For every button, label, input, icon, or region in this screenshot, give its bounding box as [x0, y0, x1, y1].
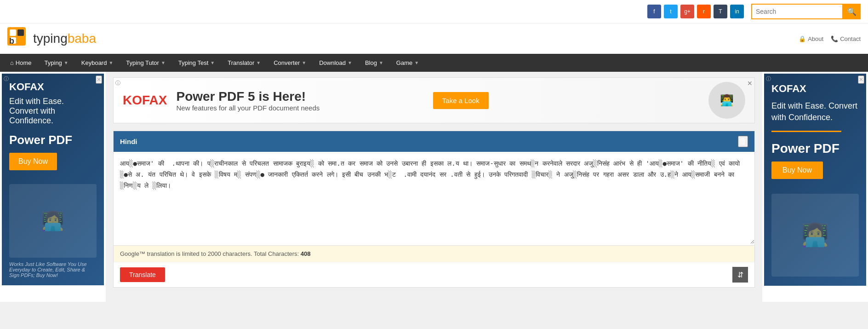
chevron-down-icon: ▼	[348, 60, 352, 65]
chevron-down-icon: ▼	[256, 60, 261, 65]
logo-icon: b	[7, 27, 30, 50]
left-ad-tagline1: Edit with Ease.	[9, 97, 97, 106]
right-ad-tagline: Edit with Ease. Convert with Confidence.	[771, 100, 859, 123]
left-ad: ⓘ ✕ KOFAX Edit with Ease. Convert with C…	[0, 72, 106, 302]
char-count: 408	[301, 250, 311, 257]
yellow-underline	[771, 131, 841, 132]
linkedin-icon[interactable]: in	[730, 5, 744, 18]
left-ad-brand: KOFAX	[9, 81, 97, 93]
chevron-down-icon: ▼	[302, 60, 306, 65]
search-button[interactable]: 🔍	[843, 4, 861, 19]
right-ad-content: ⓘ ✕ KOFAX Edit with Ease. Convert with C…	[764, 74, 866, 286]
delete-button[interactable]: 🗑	[738, 136, 748, 147]
social-icons: f t g+ r T in	[647, 5, 744, 18]
nav-typing[interactable]: Typing ▼	[38, 54, 75, 72]
chevron-down-icon: ▼	[161, 60, 166, 65]
facebook-icon[interactable]: f	[647, 5, 661, 18]
lock-icon: 🔒	[799, 35, 806, 42]
nav-keyboard[interactable]: Keyboard ▼	[75, 54, 120, 72]
nav-converter[interactable]: Converter ▼	[267, 54, 313, 72]
top-links: 🔒 About 📞 Contact	[799, 35, 861, 42]
nav-typing-tutor[interactable]: Typing Tutor ▼	[120, 54, 171, 72]
left-ad-tagline2: Convert with Confidence.	[9, 106, 97, 126]
chevron-down-icon: ▼	[108, 60, 113, 65]
left-ad-close-button[interactable]: ✕	[96, 75, 102, 84]
char-notice: Google™ translation is limited to 2000 c…	[114, 245, 754, 262]
translation-textarea[interactable]: आय░●समाज' की .थापना की। प░राचीनकाल से पर…	[114, 152, 754, 244]
main-layout: ⓘ ✕ KOFAX Edit with Ease. Convert with C…	[0, 72, 868, 302]
chevron-down-icon: ▼	[379, 60, 383, 65]
banner-image-area: 👨‍💻	[498, 82, 745, 119]
home-icon: ⌂	[10, 59, 14, 66]
logo[interactable]: b typingbaba	[7, 27, 96, 50]
twitter-icon[interactable]: t	[664, 5, 678, 18]
chevron-down-icon: ▼	[64, 60, 69, 65]
banner-ad-close-button[interactable]: ✕	[747, 80, 753, 87]
svg-text:b: b	[9, 36, 14, 46]
banner-ad-inner: KOFAX Power PDF 5 is Here! New features …	[114, 78, 754, 123]
logo-text: typingbaba	[33, 31, 96, 46]
banner-ad: ⓘ ✕ KOFAX Power PDF 5 is Here! New featu…	[113, 77, 755, 123]
banner-headline: Power PDF 5 is Here!	[176, 89, 423, 104]
right-ad-info-icon[interactable]: ⓘ	[766, 75, 771, 82]
translator-box: Hindi 🗑 आय░●समाज' की .थापना की। प░राचीनक…	[113, 131, 755, 288]
banner-ad-info-icon[interactable]: ⓘ	[115, 80, 120, 87]
translator-language-label: Hindi	[120, 138, 137, 145]
right-ad-product: Power PDF	[771, 141, 859, 156]
left-ad-subtext: Works Just Like Software You Use Everyda…	[9, 261, 97, 278]
banner-person-image: 👨‍💻	[708, 82, 745, 119]
banner-cta-button[interactable]: Take a Look	[433, 92, 489, 109]
svg-rect-1	[10, 29, 16, 36]
googleplus-icon[interactable]: g+	[680, 5, 694, 18]
svg-rect-3	[17, 29, 24, 36]
center-content: ⓘ ✕ KOFAX Power PDF 5 is Here! New featu…	[106, 72, 762, 302]
search-input[interactable]	[751, 4, 843, 19]
nav-home[interactable]: ⌂ Home	[4, 54, 38, 72]
right-ad: ⓘ ✕ KOFAX Edit with Ease. Convert with C…	[762, 72, 868, 302]
right-ad-close-button[interactable]: ✕	[858, 75, 864, 84]
tumblr-icon[interactable]: T	[714, 5, 727, 18]
phone-icon: 📞	[831, 35, 838, 42]
left-ad-product: Power PDF	[9, 133, 97, 147]
search-container: 🔍	[751, 4, 861, 19]
reddit-icon[interactable]: r	[697, 5, 711, 18]
chevron-down-icon: ▼	[210, 60, 215, 65]
main-nav: ⌂ Home Typing ▼ Keyboard ▼ Typing Tutor …	[0, 54, 868, 72]
nav-game[interactable]: Game ▼	[390, 54, 425, 72]
nav-blog[interactable]: Blog ▼	[359, 54, 390, 72]
chevron-down-icon: ▼	[414, 60, 419, 65]
banner-subtext: New features for all your PDF document n…	[176, 104, 423, 112]
about-link[interactable]: 🔒 About	[799, 35, 823, 42]
nav-typing-test[interactable]: Typing Test ▼	[172, 54, 221, 72]
banner-brand: KOFAX	[123, 93, 167, 108]
nav-download[interactable]: Download ▼	[313, 54, 359, 72]
nav-translator[interactable]: Translator ▼	[221, 54, 267, 72]
right-ad-buy-button[interactable]: Buy Now	[771, 162, 823, 179]
contact-link[interactable]: 📞 Contact	[831, 35, 861, 42]
left-ad-content: ⓘ ✕ KOFAX Edit with Ease. Convert with C…	[2, 74, 104, 285]
translator-header: Hindi 🗑	[114, 131, 754, 152]
ad-info-icon[interactable]: ⓘ	[4, 75, 9, 82]
swap-button[interactable]: ⇵	[732, 267, 748, 283]
left-ad-buy-button[interactable]: Buy Now	[9, 153, 57, 170]
top-bar: f t g+ r T in 🔍	[0, 0, 868, 23]
translate-button[interactable]: Translate	[120, 267, 165, 282]
logo-bar: b typingbaba 🔒 About 📞 Contact	[0, 23, 868, 54]
translate-bar: Translate ⇵	[114, 262, 754, 287]
right-ad-brand: KOFAX	[771, 83, 859, 95]
